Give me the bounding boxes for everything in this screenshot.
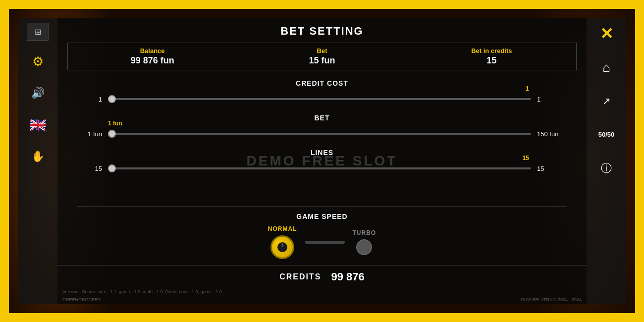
normal-speed-col: NORMAL: [268, 225, 297, 259]
credit-cost-min: 1: [77, 96, 102, 103]
knob-mark: [282, 243, 283, 247]
bet-credits-cell: Bet in credits 15: [407, 43, 576, 70]
brand-name: GREENGROCERY: [62, 297, 101, 302]
balance-value: 99 876 fun: [74, 55, 231, 66]
share-icon: ↗: [600, 95, 613, 107]
speed-title: GAME SPEED: [77, 213, 567, 220]
turbo-speed-knob[interactable]: [356, 239, 372, 255]
knob-inner: [277, 242, 287, 252]
right-sidebar: ✕ ⌂ ↗ 50/50 ⓘ: [587, 18, 626, 304]
balance-cell: Balance 99 876 fun: [68, 43, 237, 70]
footer-bottom: Versions: Server: core - 1.1, game - 1.0…: [57, 288, 587, 297]
bet-value: 15 fun: [243, 55, 400, 66]
info-button[interactable]: ⓘ: [595, 158, 617, 179]
lines-value-above: 15: [523, 155, 529, 161]
main-panel: BET SETTING Balance 99 876 fun Bet 15 fu…: [57, 18, 587, 304]
credit-cost-title: CREDIT COST: [77, 79, 567, 87]
left-sidebar: ⊞ ⚙ 🔊 🇬🇧 ✋: [18, 18, 57, 304]
credit-cost-value-above: 1: [526, 85, 529, 92]
normal-speed-knob[interactable]: [270, 235, 294, 259]
speed-section: GAME SPEED NORMAL TURBO: [57, 209, 587, 265]
sound-button[interactable]: 🔊: [27, 82, 49, 104]
grid-icon: ⊞: [35, 27, 41, 37]
bet-value-above: 1 fun: [108, 120, 122, 127]
share-button[interactable]: ↗: [595, 90, 617, 112]
lines-min: 15: [77, 165, 102, 172]
lines-track: 15: [108, 163, 531, 173]
turbo-speed-col: TURBO: [353, 229, 376, 255]
bet-credits-value: 15: [413, 55, 570, 66]
home-button[interactable]: ⌂: [595, 56, 617, 78]
copyright-text: 18:00 BELATRA © 2004 - 2024: [520, 297, 582, 302]
svg-text:↗: ↗: [602, 96, 611, 107]
credit-cost-max: 1: [537, 96, 567, 103]
sliders-section: CREDIT COST 1 1 1 BET 1 fun 1 fun 150 fu…: [57, 70, 587, 204]
grid-button[interactable]: ⊞: [27, 23, 49, 41]
sound-icon: 🔊: [31, 87, 45, 100]
speed-row: NORMAL TURBO: [77, 225, 567, 259]
settings-button[interactable]: ⚙: [27, 51, 49, 72]
lines-max: 15: [537, 165, 567, 172]
credit-cost-track: 1: [108, 94, 531, 104]
credit-cost-input[interactable]: [108, 98, 531, 100]
credit-cost-slider-row: 1 1 1: [77, 92, 567, 106]
bet-label: Bet: [243, 47, 400, 54]
turbo-label: TURBO: [353, 229, 376, 236]
hand-button[interactable]: ✋: [27, 146, 49, 167]
bet-track: 1 fun: [108, 129, 531, 139]
version-text: Versions: Server: core - 1.1, game - 1.0…: [62, 289, 222, 294]
footer-brand-row: GREENGROCERY 18:00 BELATRA © 2004 - 2024: [57, 297, 587, 304]
bet-input[interactable]: [108, 133, 531, 135]
bet-min: 1 fun: [77, 130, 102, 138]
fifty-label: 50/50: [598, 131, 615, 138]
bet-slider-row: 1 fun 1 fun 150 fun: [77, 127, 567, 141]
speed-track: [305, 241, 345, 244]
footer-credits-area: CREDITS 99 876: [57, 265, 587, 288]
credits-value: 99 876: [331, 270, 364, 283]
divider: [77, 206, 567, 207]
bet-title: BET: [77, 114, 567, 122]
bet-max: 150 fun: [537, 130, 567, 138]
hand-icon: ✋: [31, 150, 45, 163]
normal-label: NORMAL: [268, 225, 297, 232]
game-area: ⊞ ⚙ 🔊 🇬🇧 ✋ ✕ ⌂ ↗ 50/50: [9, 9, 635, 313]
settings-icon: ⚙: [32, 54, 44, 69]
lines-input[interactable]: [108, 167, 531, 169]
lines-slider-row: 15 15 15: [77, 161, 567, 175]
close-button[interactable]: ✕: [595, 23, 617, 45]
fifty-button[interactable]: 50/50: [595, 124, 617, 146]
close-icon: ✕: [600, 26, 613, 42]
home-icon: ⌂: [602, 60, 610, 75]
language-button[interactable]: 🇬🇧: [27, 114, 49, 136]
panel-title: BET SETTING: [57, 18, 587, 43]
info-icon: ⓘ: [601, 161, 612, 176]
bet-credits-label: Bet in credits: [413, 47, 570, 54]
bet-cell: Bet 15 fun: [237, 43, 407, 70]
balance-label: Balance: [74, 47, 231, 54]
stats-row: Balance 99 876 fun Bet 15 fun Bet in cre…: [67, 43, 577, 70]
language-icon: 🇬🇧: [29, 117, 47, 133]
lines-title: LINES: [77, 149, 567, 157]
credits-label: CREDITS: [279, 272, 321, 281]
